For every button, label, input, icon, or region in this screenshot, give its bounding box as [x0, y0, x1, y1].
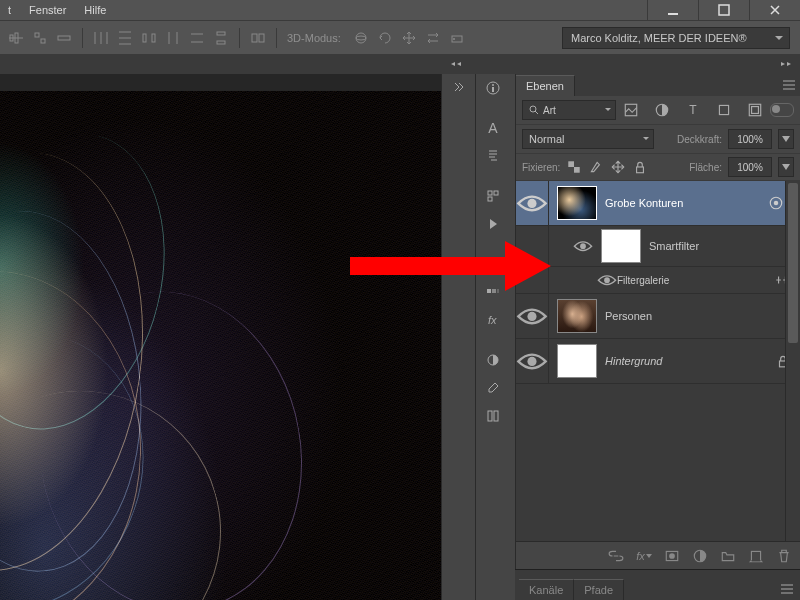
layers-footer: fx [516, 541, 800, 570]
auto-align-icon[interactable] [247, 28, 269, 48]
svg-point-56 [604, 277, 610, 283]
svg-point-27 [453, 38, 455, 40]
layer-grobe-konturen[interactable]: Grobe Konturen [516, 181, 800, 226]
menu-hilfe[interactable]: Hilfe [84, 4, 106, 16]
svg-rect-32 [494, 191, 498, 195]
user-dropdown[interactable]: Marco Kolditz, MEER DER IDEEN® [562, 27, 790, 49]
filter-mask-thumbnail[interactable] [601, 229, 641, 263]
history-icon[interactable] [476, 250, 510, 278]
properties-icon[interactable] [476, 182, 510, 210]
maximize-button[interactable] [698, 0, 749, 20]
brushes-icon[interactable] [476, 402, 510, 430]
tab-pfade[interactable]: Pfade [574, 579, 624, 600]
canvas[interactable] [0, 91, 441, 600]
svg-rect-50 [574, 167, 580, 173]
svg-rect-51 [637, 167, 644, 173]
scrollbar-thumb[interactable] [788, 183, 798, 343]
layer-smartfilter[interactable]: Smartfilter [516, 226, 800, 267]
actions-icon[interactable] [476, 210, 510, 238]
distribute-icon-6[interactable] [210, 28, 232, 48]
layer-scrollbar[interactable] [785, 181, 800, 541]
collapse-icon[interactable] [446, 54, 466, 74]
lock-all-icon[interactable] [632, 159, 648, 175]
visibility-toggle[interactable] [516, 294, 549, 338]
svg-rect-30 [492, 87, 494, 92]
visibility-toggle-filter[interactable] [597, 267, 617, 293]
visibility-toggle[interactable] [516, 339, 549, 383]
3d-pan-icon[interactable] [398, 28, 420, 48]
svg-point-25 [356, 36, 366, 40]
group-layers-icon[interactable] [720, 548, 736, 564]
blend-mode-row: Normal Deckkraft: 100% [516, 125, 800, 154]
distribute-icon-2[interactable] [114, 28, 136, 48]
tab-ebenen[interactable]: Ebenen [516, 75, 575, 96]
bottom-panel-menu-icon[interactable] [780, 582, 794, 596]
layer-thumbnail[interactable] [557, 299, 597, 333]
info-icon[interactable] [476, 74, 510, 102]
close-button[interactable] [749, 0, 800, 20]
expand-icon[interactable] [442, 74, 476, 102]
3d-roll-icon[interactable] [374, 28, 396, 48]
distribute-icon-1[interactable] [90, 28, 112, 48]
panel-menu-icon[interactable] [782, 78, 796, 92]
svg-point-58 [527, 356, 536, 365]
visibility-toggle-sub[interactable] [573, 226, 593, 266]
distribute-icon-3[interactable] [138, 28, 160, 48]
lock-transparency-icon[interactable] [566, 159, 582, 175]
3d-scale-icon[interactable] [446, 28, 468, 48]
fill-value[interactable]: 100% [728, 157, 772, 177]
svg-point-55 [580, 243, 586, 249]
adjustments-icon[interactable] [476, 346, 510, 374]
layer-mask-icon[interactable] [664, 548, 680, 564]
new-layer-icon[interactable] [748, 548, 764, 564]
fill-slider-icon[interactable] [778, 157, 794, 177]
swatches-icon[interactable] [476, 278, 510, 306]
svg-rect-23 [259, 34, 264, 42]
filter-shape-icon[interactable] [716, 102, 732, 118]
align-icon-1[interactable] [5, 28, 27, 48]
blend-mode-dropdown[interactable]: Normal [522, 129, 654, 149]
styles-icon[interactable]: fx [476, 306, 510, 334]
filter-smart-icon[interactable] [747, 102, 763, 118]
visibility-toggle[interactable] [516, 226, 549, 266]
layer-filter-row: Art T [516, 96, 800, 125]
layer-thumbnail[interactable] [557, 344, 597, 378]
minimize-button[interactable] [647, 0, 698, 20]
svg-rect-31 [488, 191, 492, 195]
layers-panel: Ebenen Art T Normal Deckkraft: 100% Fixi [515, 74, 800, 570]
distribute-icon-5[interactable] [186, 28, 208, 48]
filter-pixel-icon[interactable] [623, 102, 639, 118]
filter-toggle[interactable] [770, 103, 794, 117]
paragraph-panel-icon[interactable] [476, 142, 510, 170]
align-icon-3[interactable] [53, 28, 75, 48]
filter-adjustment-icon[interactable] [654, 102, 670, 118]
align-icon-2[interactable] [29, 28, 51, 48]
layer-thumbnail[interactable] [557, 186, 597, 220]
layer-fx-icon[interactable]: fx [636, 548, 652, 564]
tab-kanaele[interactable]: Kanäle [519, 579, 574, 600]
filter-filtergalerie[interactable]: Filtergalerie [516, 267, 800, 294]
visibility-toggle[interactable] [516, 181, 549, 225]
layer-personen[interactable]: Personen [516, 294, 800, 339]
menu-item-truncated[interactable]: t [8, 4, 11, 16]
link-layers-icon[interactable] [608, 548, 624, 564]
filter-type-dropdown[interactable]: Art [522, 100, 616, 120]
distribute-icon-4[interactable] [162, 28, 184, 48]
brush-settings-icon[interactable] [476, 374, 510, 402]
collapse-icon-right[interactable] [776, 54, 796, 74]
3d-slide-icon[interactable] [422, 28, 444, 48]
3d-orbit-icon[interactable] [350, 28, 372, 48]
filter-type-icon[interactable]: T [685, 102, 701, 118]
layer-hintergrund[interactable]: Hintergrund [516, 339, 800, 384]
lock-pixels-icon[interactable] [588, 159, 604, 175]
delete-layer-icon[interactable] [776, 548, 792, 564]
filter-type-label: Art [543, 105, 556, 116]
character-panel-icon[interactable]: A [476, 114, 510, 142]
opacity-slider-icon[interactable] [778, 129, 794, 149]
opacity-value[interactable]: 100% [728, 129, 772, 149]
lock-position-icon[interactable] [610, 159, 626, 175]
menu-fenster[interactable]: Fenster [29, 4, 66, 16]
adjustment-layer-icon[interactable] [692, 548, 708, 564]
smart-object-icon[interactable] [768, 195, 784, 211]
lock-label: Fixieren: [522, 162, 560, 173]
